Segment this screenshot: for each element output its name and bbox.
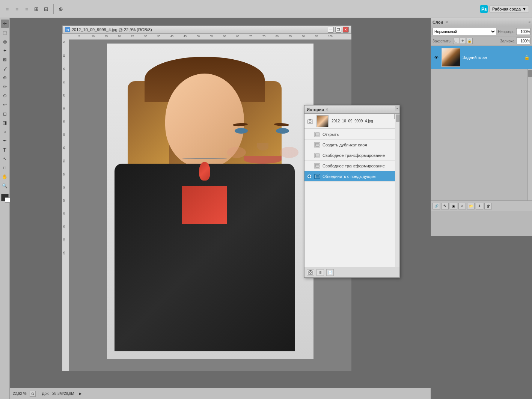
restore-button[interactable]: ❐	[335, 27, 341, 33]
shape-tool[interactable]: □	[1, 164, 9, 172]
nose	[257, 143, 268, 151]
lock-image-btn[interactable]: ✛	[460, 38, 466, 44]
fill-label: Заливка:	[500, 39, 515, 43]
necklace-pendant	[199, 162, 210, 181]
history-options-btn[interactable]: ≡	[395, 106, 399, 111]
delete-layer-btn[interactable]: 🗑	[484, 203, 492, 209]
history-item-1[interactable]: Открыть	[304, 129, 399, 140]
history-delete-btn[interactable]: 🗑	[316, 269, 324, 276]
doc-label: Док:	[42, 391, 50, 396]
distribute-icon[interactable]: ⊞	[32, 5, 41, 13]
text-tool[interactable]: T	[1, 146, 9, 154]
minimize-button[interactable]: —	[328, 27, 334, 33]
add-mask-btn[interactable]: ▣	[450, 203, 457, 209]
zoom-icon[interactable]	[30, 391, 36, 397]
layer-fx-btn[interactable]: fx	[441, 203, 449, 209]
clone-tool[interactable]: ⊙	[1, 92, 9, 100]
eraser-tool[interactable]: ◻	[1, 110, 9, 118]
history-item-3[interactable]: Свободное трансформирование	[304, 150, 399, 161]
move-tool[interactable]: ✛	[1, 20, 9, 28]
document-title-text: 2012_10_09_9999_4.jpg @ 22,9% (RGB/8)	[72, 27, 152, 32]
link-layers-btn[interactable]: 🔗	[433, 203, 440, 209]
cheek-left	[227, 147, 246, 158]
gradient-tool[interactable]: ◨	[1, 119, 9, 127]
layers-collapse-icon[interactable]: «	[528, 20, 530, 24]
history-close-btn[interactable]: ✕	[326, 108, 329, 111]
lock-icons-group: ⬚ ✛ 🔒	[453, 38, 473, 44]
spacing-icon[interactable]: ⊟	[42, 5, 50, 13]
hand-tool[interactable]: ✋	[1, 173, 9, 181]
magic-wand-tool[interactable]: ✦	[1, 47, 9, 55]
zoom-tool[interactable]: 🔍	[1, 182, 9, 190]
history-item-2[interactable]: Создать дубликат слоя	[304, 140, 399, 150]
history-state-indicator-2	[307, 142, 312, 148]
document-window-controls: — ❐ ✕	[328, 27, 349, 33]
svg-rect-11	[315, 175, 319, 178]
history-item-icon-3	[314, 153, 320, 158]
lasso-tool[interactable]: ◎	[1, 38, 9, 46]
crop-tool[interactable]: ⊠	[1, 56, 9, 64]
layers-panel-close-btn[interactable]: ✕	[445, 20, 448, 24]
blend-mode-select[interactable]: Нормальный	[433, 28, 496, 35]
history-scrollbar-thumb	[396, 114, 399, 122]
new-layer-btn[interactable]: +	[476, 203, 483, 209]
arrange-icon[interactable]: ⊕	[57, 5, 65, 13]
dropdown-arrow-icon: ▼	[522, 7, 526, 11]
history-items-container: Открыть Создать дубликат слоя Свободное …	[304, 129, 399, 182]
svg-rect-8	[315, 143, 319, 146]
layers-bottom-toolbar: 🔗 fx ▣ ○ 📁 + 🗑	[431, 200, 532, 211]
opacity-input[interactable]	[516, 28, 530, 35]
history-item-5[interactable]: Объединить с предыдущим	[304, 171, 399, 182]
marquee-tool[interactable]: ⬚	[1, 29, 9, 37]
brush-tool[interactable]: ✏	[1, 83, 9, 91]
snapshot-thumbnail	[316, 115, 329, 127]
status-bar: 22,92 % Док: 28,8M/28,8M ▶	[10, 388, 431, 399]
history-new-snapshot-btn[interactable]	[307, 269, 314, 276]
background-color[interactable]	[5, 197, 10, 203]
layers-panel-title: Слои	[433, 20, 443, 24]
pen-tool[interactable]: ✒	[1, 137, 9, 145]
layers-panel-controls: «	[528, 20, 530, 24]
align-center-icon[interactable]: ≡	[13, 5, 21, 13]
document-titlebar: Ps 2012_10_09_9999_4.jpg @ 22,9% (RGB/8)…	[62, 26, 351, 34]
history-scrollbar[interactable]	[395, 114, 399, 267]
toolbar-left-tools: ≡ ≡ ≡ ⊞ ⊟ ⊕	[3, 4, 65, 14]
adjustment-btn[interactable]: ○	[458, 203, 466, 209]
history-active-dot	[307, 175, 311, 178]
healing-tool[interactable]: ⊕	[1, 74, 9, 82]
layer-item-background[interactable]: 👁 Задний план 🔒	[431, 46, 532, 69]
status-arrow-btn[interactable]: ▶	[77, 391, 83, 397]
history-item-label-1: Открыть	[323, 132, 339, 137]
fill-input[interactable]	[516, 38, 530, 44]
workspace-dropdown[interactable]: Рабочая среда ▼	[490, 6, 529, 12]
layers-scrollbar[interactable]	[527, 69, 532, 200]
svg-point-13	[310, 271, 312, 273]
lock-position-btn[interactable]: ⬚	[453, 38, 459, 44]
layer-thumbnail	[442, 48, 460, 67]
svg-rect-6	[309, 119, 311, 120]
history-new-doc-btn[interactable]: 📄	[326, 269, 334, 276]
close-button[interactable]: ✕	[343, 27, 349, 33]
eyedropper-tool[interactable]: 𝒻	[1, 65, 9, 73]
dodge-tool[interactable]: ○	[1, 128, 9, 136]
cheek-right	[280, 147, 298, 158]
path-select-tool[interactable]: ↖	[1, 155, 9, 163]
history-item-4[interactable]: Свободное трансформирование	[304, 161, 399, 171]
ruler-horizontal: 5 10 15 20 25 30 35 40 45 50 55 60 65 70…	[69, 34, 351, 40]
foreground-color[interactable]	[1, 194, 9, 201]
layers-scroll-area	[431, 69, 532, 200]
history-item-icon-2	[314, 142, 320, 148]
new-group-btn[interactable]: 📁	[467, 203, 475, 209]
lock-all-btn[interactable]: 🔒	[467, 38, 473, 44]
ps-file-icon: Ps	[65, 27, 70, 32]
layer-visibility-eye[interactable]: 👁	[433, 54, 439, 60]
history-state-indicator-1	[307, 132, 312, 137]
toolbar-right-tools: Ps Рабочая среда ▼	[480, 5, 529, 13]
face	[165, 74, 244, 167]
layer-lock-icon: 🔒	[524, 55, 530, 60]
align-right-icon[interactable]: ≡	[23, 5, 31, 13]
align-left-icon[interactable]: ≡	[3, 5, 11, 13]
history-brush-tool[interactable]: ↩	[1, 101, 9, 109]
top-toolbar: ≡ ≡ ≡ ⊞ ⊟ ⊕ Ps Рабочая среда ▼	[0, 0, 532, 18]
status-separator	[39, 391, 39, 397]
